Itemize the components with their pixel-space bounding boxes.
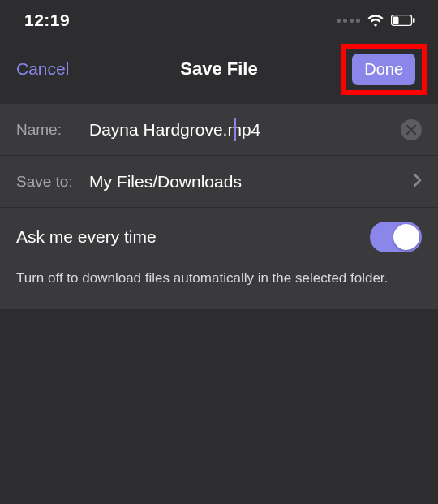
cell-dots-icon [337, 19, 360, 23]
name-row: Name: [0, 104, 438, 156]
save-to-label: Save to: [16, 173, 89, 191]
ask-every-time-label: Ask me every time [16, 227, 157, 247]
save-to-value: My Files/Downloads [89, 172, 413, 192]
status-icons [337, 14, 415, 27]
wifi-icon [367, 14, 384, 27]
ask-every-time-hint: Turn off to download files automatically… [0, 266, 438, 309]
status-time: 12:19 [24, 11, 70, 30]
page-title: Save File [180, 58, 257, 80]
chevron-right-icon [413, 173, 422, 191]
close-icon [406, 125, 416, 135]
nav-bar: Cancel Save File Done [0, 41, 438, 97]
toggle-knob [393, 224, 419, 250]
status-bar: 12:19 [0, 0, 438, 41]
svg-rect-2 [413, 18, 415, 23]
done-button[interactable]: Done [352, 54, 415, 85]
svg-rect-1 [393, 17, 399, 24]
battery-icon [391, 15, 415, 26]
ask-every-time-row: Ask me every time [0, 208, 438, 266]
text-caret [234, 118, 236, 141]
clear-text-button[interactable] [401, 119, 422, 140]
save-to-row[interactable]: Save to: My Files/Downloads [0, 156, 438, 208]
cancel-button[interactable]: Cancel [16, 59, 69, 79]
done-highlight: Done [341, 44, 427, 95]
filename-input[interactable] [89, 120, 401, 140]
ask-every-time-toggle[interactable] [370, 222, 422, 252]
name-label: Name: [16, 121, 89, 139]
